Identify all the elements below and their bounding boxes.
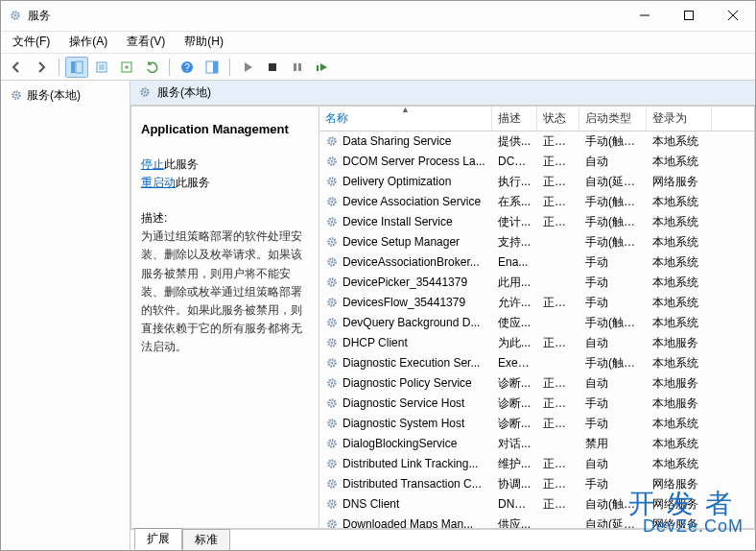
app-icon xyxy=(9,9,22,22)
menu-help[interactable]: 帮助(H) xyxy=(177,32,231,52)
cell-name: DevicePicker_35441379 xyxy=(319,276,492,289)
service-row[interactable]: DevicesFlow_35441379允许...正在...手动本地系统 xyxy=(319,293,754,313)
tab-extended[interactable]: 扩展 xyxy=(134,528,182,550)
column-status[interactable]: 状态 xyxy=(537,107,579,131)
service-row[interactable]: Device Install Service使计...正在...手动(触发...… xyxy=(319,212,754,232)
service-row[interactable]: Diagnostic Execution Ser...Exec...手动(触发.… xyxy=(319,353,754,373)
pause-service-button[interactable] xyxy=(286,57,309,78)
column-description[interactable]: 描述 xyxy=(492,107,537,131)
selected-service-title: Application Management xyxy=(141,120,309,140)
nav-tree: 服务(本地) xyxy=(1,81,130,550)
cell-startup-type: 自动 xyxy=(579,154,647,170)
svg-rect-4 xyxy=(76,61,83,73)
service-row[interactable]: Delivery Optimization执行...正在...自动(延迟...网… xyxy=(319,172,754,192)
close-button[interactable] xyxy=(711,1,755,31)
restart-service-suffix: 此服务 xyxy=(176,176,210,189)
service-row[interactable]: DeviceAssociationBroker...Ena...手动本地系统 xyxy=(319,252,754,273)
properties-button[interactable] xyxy=(90,57,113,78)
service-row[interactable]: Data Sharing Service提供...正在...手动(触发...本地… xyxy=(319,132,754,152)
service-row[interactable]: DHCP Client为此...正在...自动本地服务 xyxy=(319,333,754,353)
window-title: 服务 xyxy=(28,8,51,24)
cell-status: 正在... xyxy=(537,154,579,170)
refresh-button[interactable] xyxy=(140,57,163,78)
cell-name: DeviceAssociationBroker... xyxy=(319,255,492,269)
cell-description: 提供... xyxy=(492,133,537,150)
svg-point-28 xyxy=(331,221,334,224)
cell-startup-type: 自动(延迟... xyxy=(579,174,647,190)
help-button[interactable]: ? xyxy=(176,57,199,78)
gear-icon xyxy=(325,134,339,148)
stop-service-link[interactable]: 停止 xyxy=(141,157,164,171)
menu-view[interactable]: 查看(V) xyxy=(119,32,173,52)
cell-startup-type: 手动 xyxy=(579,275,647,291)
forward-button[interactable] xyxy=(30,57,53,78)
svg-point-42 xyxy=(331,362,334,365)
cell-status: 正在... xyxy=(537,456,579,472)
cell-name: DevQuery Background D... xyxy=(319,316,492,329)
service-list: ▲ 名称 描述 状态 启动类型 登录为 Data Sharing Service… xyxy=(319,107,754,528)
column-name[interactable]: ▲ 名称 xyxy=(319,107,492,131)
svg-point-56 xyxy=(331,503,334,506)
service-row[interactable]: DevQuery Background D...使应...手动(触发...本地系… xyxy=(319,313,754,333)
maximize-button[interactable] xyxy=(667,1,711,31)
cell-status: 正在... xyxy=(537,174,579,190)
svg-point-24 xyxy=(331,180,334,183)
service-row[interactable]: Diagnostic Policy Service诊断...正在...自动本地服… xyxy=(319,373,754,394)
cell-startup-type: 手动 xyxy=(579,295,647,311)
start-service-button[interactable] xyxy=(236,57,259,78)
menu-file[interactable]: 文件(F) xyxy=(5,32,58,52)
svg-rect-14 xyxy=(317,65,319,71)
restart-service-link[interactable]: 重启动 xyxy=(141,176,176,189)
cell-description: 诊断... xyxy=(492,375,537,392)
list-body[interactable]: Data Sharing Service提供...正在...手动(触发...本地… xyxy=(319,132,754,528)
cell-description: Exec... xyxy=(492,356,537,370)
cell-logon-as: 本地系统 xyxy=(647,194,712,210)
service-row[interactable]: DialogBlockingService对话...禁用本地系统 xyxy=(319,434,754,454)
stop-service-button[interactable] xyxy=(261,57,284,78)
service-row[interactable]: Downloaded Maps Man...供应...自动(延迟...网络服务 xyxy=(319,515,754,528)
service-row[interactable]: DCOM Server Process La...DCO...正在...自动本地… xyxy=(319,152,754,172)
menu-action[interactable]: 操作(A) xyxy=(61,32,115,52)
cell-name: Diagnostic Execution Ser... xyxy=(319,356,492,370)
toolbar: ? xyxy=(1,54,755,81)
cell-logon-as: 网络服务 xyxy=(647,476,712,492)
service-row[interactable]: Diagnostic Service Host诊断...正在...手动本地服务 xyxy=(319,394,754,414)
gear-icon xyxy=(325,497,339,511)
service-row[interactable]: Distributed Link Tracking...维护...正在...自动… xyxy=(319,454,754,474)
stop-service-suffix: 此服务 xyxy=(164,157,199,171)
service-row[interactable]: Device Association Service在系...正在...手动(触… xyxy=(319,192,754,212)
gear-icon xyxy=(325,477,339,491)
service-row[interactable]: Distributed Transaction C...协调...正在...手动… xyxy=(319,474,754,494)
cell-description: 协调... xyxy=(492,476,537,492)
service-row[interactable]: Device Setup Manager支持...手动(触发...本地系统 xyxy=(319,232,754,252)
show-hide-action-pane-button[interactable] xyxy=(201,57,224,78)
gear-icon xyxy=(325,356,339,370)
cell-name: Distributed Link Tracking... xyxy=(319,457,492,470)
back-button[interactable] xyxy=(5,57,28,78)
restart-service-button[interactable] xyxy=(311,57,334,78)
cell-startup-type: 手动(触发... xyxy=(579,214,647,230)
tab-standard[interactable]: 标准 xyxy=(182,529,230,550)
show-hide-tree-button[interactable] xyxy=(65,57,88,78)
gear-icon xyxy=(325,376,339,390)
main-header: 服务(本地) xyxy=(130,81,755,106)
cell-startup-type: 自动(触发... xyxy=(579,496,647,513)
service-row[interactable]: DevicePicker_35441379此用...手动本地系统 xyxy=(319,273,754,293)
minimize-button[interactable] xyxy=(623,1,667,31)
service-row[interactable]: Diagnostic System Host诊断...正在...手动本地系统 xyxy=(319,414,754,434)
export-button[interactable] xyxy=(115,57,138,78)
cell-startup-type: 手动(触发... xyxy=(579,355,647,371)
nav-root-services[interactable]: 服务(本地) xyxy=(3,84,128,107)
cell-logon-as: 本地系统 xyxy=(647,234,712,251)
column-logon-as[interactable]: 登录为 xyxy=(647,107,712,131)
cell-startup-type: 手动(触发... xyxy=(579,194,647,210)
cell-startup-type: 手动(触发... xyxy=(579,315,647,331)
gear-icon xyxy=(325,215,339,228)
column-startup-type[interactable]: 启动类型 xyxy=(579,107,647,131)
description-label: 描述: xyxy=(141,209,309,228)
service-row[interactable]: DNS ClientDNS...正在...自动(触发...网络服务 xyxy=(319,494,754,515)
cell-logon-as: 网络服务 xyxy=(647,174,712,190)
cell-startup-type: 手动 xyxy=(579,476,647,492)
cell-status: 正在... xyxy=(537,335,579,351)
cell-logon-as: 本地系统 xyxy=(647,456,712,472)
